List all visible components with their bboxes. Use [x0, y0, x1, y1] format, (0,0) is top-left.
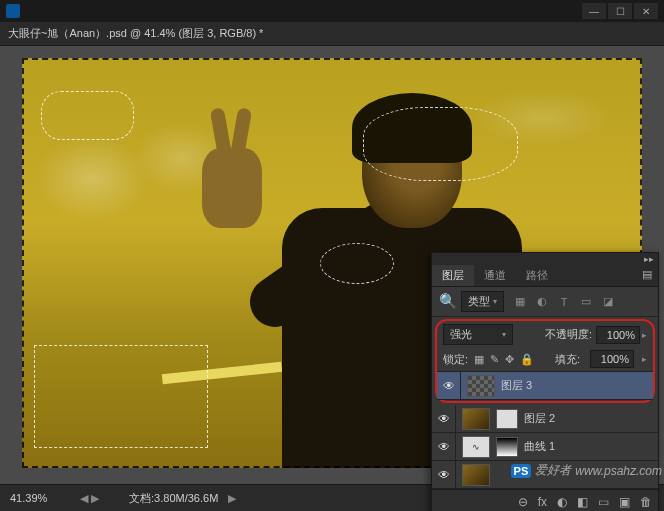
layer-thumb[interactable]: [462, 464, 490, 486]
layer-thumb[interactable]: [462, 408, 490, 430]
tab-paths[interactable]: 路径: [516, 265, 558, 286]
panel-bottom-toolbar: ⊖ fx ◐ ◧ ▭ ▣ 🗑: [432, 489, 658, 511]
doc-info-arrow[interactable]: ▶: [228, 492, 236, 505]
layer-name[interactable]: 图层 2: [524, 411, 555, 426]
window-controls: — ☐ ✕: [582, 3, 658, 19]
visibility-toggle[interactable]: 👁: [432, 433, 456, 460]
fill-arrow-icon[interactable]: ▸: [642, 354, 647, 364]
visibility-toggle[interactable]: 👁: [437, 372, 461, 399]
filter-adjust-icon[interactable]: ◐: [535, 295, 549, 309]
fill-input[interactable]: 100%: [590, 350, 634, 368]
tab-layers[interactable]: 图层: [432, 265, 474, 286]
filter-text-icon[interactable]: T: [557, 295, 571, 309]
document-tab[interactable]: 大眼仔~旭（Anan）.psd @ 41.4% (图层 3, RGB/8) *: [0, 22, 664, 46]
layer-thumb[interactable]: [467, 375, 495, 397]
zoom-level[interactable]: 41.39%: [10, 492, 70, 504]
layers-list: 👁 图层 3: [437, 372, 653, 400]
mask-icon[interactable]: ◐: [557, 495, 567, 509]
watermark: PS 爱好者 www.psahz.com: [511, 462, 662, 479]
mask-thumb[interactable]: [496, 409, 518, 429]
new-layer-icon[interactable]: ▣: [619, 495, 630, 509]
layer-name[interactable]: 图层 3: [501, 378, 532, 393]
filter-shape-icon[interactable]: ▭: [579, 295, 593, 309]
opacity-arrow-icon[interactable]: ▸: [642, 330, 647, 340]
visibility-toggle[interactable]: 👁: [432, 405, 456, 432]
trash-icon[interactable]: 🗑: [640, 495, 652, 509]
lock-row: 锁定: ▦ ✎ ✥ 🔒 填充: 100% ▸: [437, 347, 653, 372]
selection-region: [320, 243, 394, 284]
zoom-stepper[interactable]: ◀ ▶: [80, 492, 99, 505]
blend-mode-select[interactable]: 强光▾: [443, 324, 513, 345]
doc-size: 文档:3.80M/36.6M: [129, 491, 218, 506]
lock-pixels-icon[interactable]: ✎: [490, 353, 499, 366]
adjustment-icon[interactable]: ◧: [577, 495, 588, 509]
panel-topbar: ▸▸: [432, 253, 658, 265]
group-icon[interactable]: ▭: [598, 495, 609, 509]
filter-pixel-icon[interactable]: ▦: [513, 295, 527, 309]
filter-smart-icon[interactable]: ◪: [601, 295, 615, 309]
blend-row: 强光▾ 不透明度: 100% ▸: [437, 322, 653, 347]
panel-tabs: 图层 通道 路径 ▤: [432, 265, 658, 287]
mask-thumb[interactable]: [496, 437, 518, 457]
layer-name[interactable]: 曲线 1: [524, 439, 555, 454]
link-layers-icon[interactable]: ⊖: [518, 495, 528, 509]
filter-type-select[interactable]: 类型 ▾: [461, 291, 504, 312]
highlight-annotation: 强光▾ 不透明度: 100% ▸ 锁定: ▦ ✎ ✥ 🔒 填充: 100% ▸ …: [435, 319, 655, 403]
search-icon: 🔍: [439, 293, 457, 310]
fill-label: 填充:: [555, 352, 580, 367]
opacity-label: 不透明度:: [545, 327, 592, 342]
selection-region: [34, 345, 208, 448]
layer-row[interactable]: 👁 ∿ 曲线 1: [432, 433, 658, 461]
lock-transparent-icon[interactable]: ▦: [474, 353, 484, 366]
tab-channels[interactable]: 通道: [474, 265, 516, 286]
watermark-badge: PS: [511, 464, 532, 478]
layer-thumb[interactable]: ∿: [462, 436, 490, 458]
layer-row[interactable]: 👁 图层 3: [437, 372, 653, 400]
lock-all-icon[interactable]: 🔒: [520, 353, 534, 366]
layer-filter-row: 🔍 类型 ▾ ▦ ◐ T ▭ ◪: [432, 287, 658, 317]
titlebar: — ☐ ✕: [0, 0, 664, 22]
collapse-icon[interactable]: ▸▸: [644, 254, 654, 264]
watermark-url: www.psahz.com: [575, 464, 662, 478]
layer-row[interactable]: 👁 图层 2: [432, 405, 658, 433]
app-icon: [6, 4, 20, 18]
lock-label: 锁定:: [443, 352, 468, 367]
selection-region: [41, 91, 134, 140]
selection-region: [363, 107, 518, 181]
panel-menu-icon[interactable]: ▤: [636, 265, 658, 286]
maximize-button[interactable]: ☐: [608, 3, 632, 19]
lock-position-icon[interactable]: ✥: [505, 353, 514, 366]
opacity-input[interactable]: 100%: [596, 326, 640, 344]
fx-icon[interactable]: fx: [538, 495, 547, 509]
minimize-button[interactable]: —: [582, 3, 606, 19]
visibility-toggle[interactable]: 👁: [432, 461, 456, 488]
watermark-text: 爱好者: [535, 462, 571, 479]
close-button[interactable]: ✕: [634, 3, 658, 19]
